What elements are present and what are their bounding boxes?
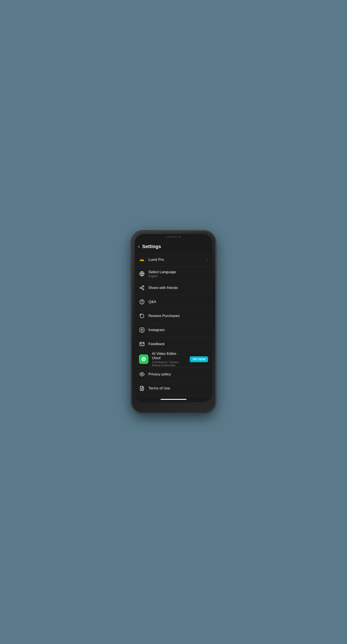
menu-item-feedback[interactable]: Feedback [134,337,212,351]
home-indicator [160,399,186,400]
document-icon [139,385,145,391]
svg-line-5 [141,287,143,288]
camera [179,236,181,238]
svg-point-9 [141,329,143,331]
svg-point-13 [143,358,144,360]
help-icon [139,299,145,305]
menu-text-qna: Q&A [148,300,208,304]
menu-sublabel-select-language: English [148,274,208,278]
share-icon [139,285,145,291]
eye-icon [139,371,145,377]
arrow-icon: › [207,258,208,262]
menu-item-terms-of-use[interactable]: Terms of Use [134,382,212,396]
menu-label-share: Share with friends [148,286,208,290]
svg-rect-8 [140,328,144,332]
phone-screen: ‹ Settings Lumii Pro › [134,234,212,402]
instagram-icon [139,327,145,333]
svg-point-10 [143,329,143,329]
menu-item-select-language[interactable]: Select Language English [134,267,212,281]
page-title: Settings [142,244,161,250]
menu-text-ai-video-editor: AI Video Editor - Utool AI Enhancer, Cam… [152,352,186,367]
phone-frame: ‹ Settings Lumii Pro › [131,231,216,413]
menu-text-terms-of-use: Terms of Use [148,386,208,390]
menu-text-privacy-policy: Privacy policy [148,372,208,376]
svg-point-14 [141,374,142,375]
menu-item-share[interactable]: Share with friends [134,281,212,295]
notch [157,234,190,240]
ad-app-icon [139,354,148,364]
menu-text-instagram: Instagram [148,328,208,332]
svg-point-6 [140,300,144,304]
try-now-button[interactable]: TRY NOW [190,356,208,362]
menu-label-instagram: Instagram [148,328,208,332]
menu-item-privacy-policy[interactable]: Privacy policy [134,368,212,382]
menu-text-share: Share with friends [148,286,208,290]
menu-label-select-language: Select Language [148,270,208,274]
menu-text-select-language: Select Language English [148,270,208,278]
menu-label-feedback: Feedback [148,342,208,346]
crown-icon [139,257,145,263]
menu-item-restore-purchases[interactable]: Restore Purchases [134,309,212,323]
menu-text-restore-purchases: Restore Purchases [148,314,208,318]
globe-icon [139,271,145,277]
mail-icon [139,341,145,347]
back-button[interactable]: ‹ [138,244,140,249]
screen-content: ‹ Settings Lumii Pro › [134,234,212,402]
menu-label-privacy-policy: Privacy policy [148,372,208,376]
speaker [166,236,177,238]
menu-text-lumii-pro: Lumii Pro [148,258,204,262]
menu-label-terms-of-use: Terms of Use [148,386,208,390]
menu-label-restore-purchases: Restore Purchases [148,314,208,318]
menu-list: Lumii Pro › Select Language English [134,253,212,397]
menu-label-lumii-pro: Lumii Pro [148,258,204,262]
svg-line-4 [141,288,143,289]
header: ‹ Settings [134,240,212,253]
menu-item-qna[interactable]: Q&A [134,295,212,309]
menu-sublabel-ai-video-editor: AI Enhancer, Camera Effects & Recorder [152,360,186,367]
menu-item-instagram[interactable]: Instagram [134,323,212,337]
menu-item-version: Lumii 1.610.144 [134,396,212,397]
restore-icon [139,313,145,319]
menu-label-qna: Q&A [148,300,208,304]
menu-item-lumii-pro[interactable]: Lumii Pro › [134,253,212,267]
menu-text-feedback: Feedback [148,342,208,346]
menu-item-ai-video-editor[interactable]: AI Video Editor - Utool AI Enhancer, Cam… [134,351,212,368]
menu-label-ai-video-editor: AI Video Editor - Utool [152,352,186,360]
